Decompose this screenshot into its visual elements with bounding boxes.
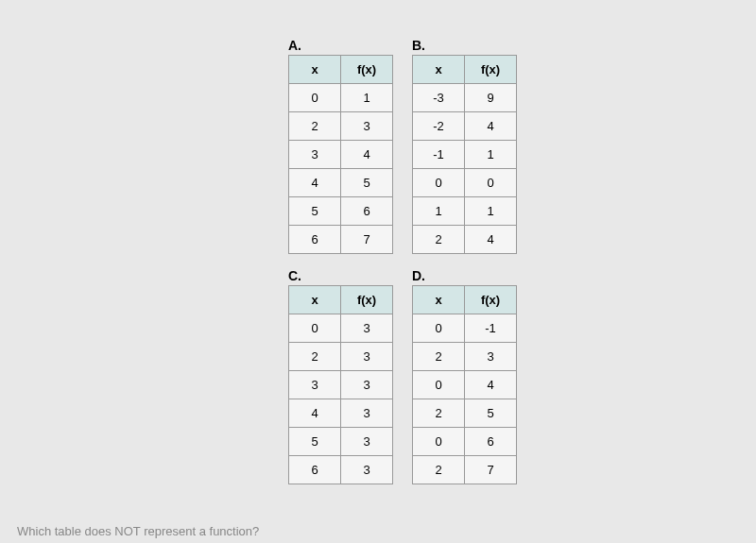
table-a-header-x: x [289, 56, 341, 84]
question-text: Which table does NOT represent a functio… [17, 524, 259, 538]
table-row: 53 [289, 428, 393, 456]
table-row: 34 [289, 141, 393, 169]
table-b-header-x: x [413, 56, 465, 84]
table-row: 01 [289, 84, 393, 112]
table-row: 25 [413, 399, 517, 428]
tables-container: A. x f(x) 01 23 34 45 56 67 [0, 0, 756, 484]
table-a: x f(x) 01 23 34 45 56 67 [288, 55, 393, 254]
table-row: 23 [413, 343, 517, 371]
table-row: -24 [413, 112, 517, 141]
table-a-header-fx: f(x) [341, 56, 393, 84]
table-block-b: B. x f(x) -39 -24 -11 00 11 24 [412, 38, 517, 254]
table-d-header-fx: f(x) [465, 286, 517, 314]
table-row: 06 [413, 428, 517, 456]
table-block-d: D. x f(x) 0-1 23 04 25 06 27 [412, 268, 517, 484]
table-block-c: C. x f(x) 03 23 33 43 53 63 [288, 268, 393, 484]
table-c-header-fx: f(x) [341, 286, 393, 314]
table-label-b: B. [412, 38, 517, 53]
table-label-a: A. [288, 38, 393, 53]
table-row: -39 [413, 84, 517, 112]
table-row: 33 [289, 371, 393, 399]
table-row: 04 [413, 371, 517, 399]
table-row: 67 [289, 226, 393, 254]
table-d: x f(x) 0-1 23 04 25 06 27 [412, 285, 517, 484]
table-row: 00 [413, 169, 517, 197]
table-d-header-x: x [413, 286, 465, 314]
table-row: 43 [289, 399, 393, 428]
table-row: 11 [413, 197, 517, 226]
table-row: 03 [289, 314, 393, 343]
table-label-c: C. [288, 268, 393, 283]
table-row: 23 [289, 112, 393, 141]
table-row: 23 [289, 343, 393, 371]
table-row: 27 [413, 456, 517, 484]
table-row-bottom: C. x f(x) 03 23 33 43 53 63 [288, 268, 756, 484]
table-row: 45 [289, 169, 393, 197]
table-row: 24 [413, 226, 517, 254]
table-label-d: D. [412, 268, 517, 283]
table-block-a: A. x f(x) 01 23 34 45 56 67 [288, 38, 393, 254]
table-row: 56 [289, 197, 393, 226]
table-row: 63 [289, 456, 393, 484]
table-row: -11 [413, 141, 517, 169]
table-c: x f(x) 03 23 33 43 53 63 [288, 285, 393, 484]
table-row-top: A. x f(x) 01 23 34 45 56 67 [288, 38, 756, 254]
table-b-header-fx: f(x) [465, 56, 517, 84]
table-row: 0-1 [413, 314, 517, 343]
table-c-header-x: x [289, 286, 341, 314]
table-b: x f(x) -39 -24 -11 00 11 24 [412, 55, 517, 254]
